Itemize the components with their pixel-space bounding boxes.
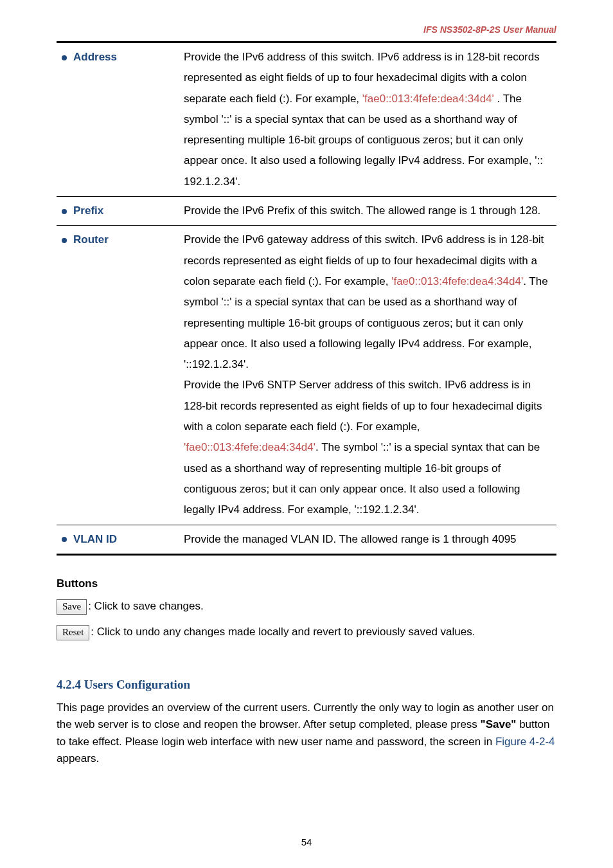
desc-cell-vlanid: Provide the managed VLAN ID. The allowed… (177, 525, 556, 554)
config-paragraph: This page provides an overview of the cu… (57, 700, 556, 767)
term-label: Router (73, 233, 109, 246)
desc-text: . The symbol '::' is a special syntax th… (184, 275, 548, 370)
manual-header: IFS NS3502-8P-2S User Manual (57, 24, 556, 35)
para-strong-save: "Save" (481, 718, 517, 730)
buttons-section: Buttons Save: Click to save changes. Res… (57, 577, 556, 640)
term-label: VLAN ID (73, 533, 117, 545)
desc-cell-address: Provide the IPv6 address of this switch.… (177, 42, 556, 197)
table-row: VLAN ID Provide the managed VLAN ID. The… (57, 525, 556, 554)
save-row: Save: Click to save changes. (57, 599, 556, 615)
bullet-icon (62, 537, 67, 542)
desc-cell-router: Provide the IPv6 gateway address of this… (177, 226, 556, 525)
table-row: Prefix Provide the IPv6 Prefix of this s… (57, 197, 556, 226)
term-cell-address: Address (57, 42, 177, 197)
table-row: Address Provide the IPv6 address of this… (57, 42, 556, 197)
term-cell-router: Router (57, 226, 177, 525)
table-row: Router Provide the IPv6 gateway address … (57, 226, 556, 525)
para-text: This page provides an overview of the cu… (57, 701, 554, 730)
buttons-heading: Buttons (57, 577, 556, 590)
config-heading: 4.2.4 Users Configuration (57, 678, 556, 692)
desc-example-red: 'fae0::013:4fefe:dea4:34d4' (184, 441, 315, 453)
desc-example-red: 'fae0::013:4fefe:dea4:34d4' (391, 275, 523, 287)
save-desc: : Click to save changes. (88, 600, 204, 612)
reset-button[interactable]: Reset (57, 625, 89, 640)
term-cell-vlanid: VLAN ID (57, 525, 177, 554)
desc-text: Provide the IPv6 SNTP Server address of … (184, 379, 542, 433)
desc-text: Provide the IPv6 Prefix of this switch. … (184, 204, 540, 217)
bullet-icon (62, 209, 67, 214)
save-button[interactable]: Save (57, 599, 87, 615)
page-number: 54 (0, 836, 613, 847)
term-label: Address (73, 51, 117, 63)
term-label: Prefix (73, 204, 103, 217)
reset-desc: : Click to undo any changes made locally… (91, 626, 475, 638)
term-cell-prefix: Prefix (57, 197, 177, 226)
desc-cell-prefix: Provide the IPv6 Prefix of this switch. … (177, 197, 556, 226)
desc-example-red: 'fae0::013:4fefe:dea4:34d4' (362, 93, 494, 105)
desc-text: . The symbol '::' is a special syntax th… (184, 93, 543, 188)
bullet-icon (62, 238, 67, 243)
desc-text: Provide the managed VLAN ID. The allowed… (184, 533, 517, 545)
para-figure-ref: Figure 4-2-4 (495, 736, 555, 748)
para-text: appears. (57, 752, 99, 764)
description-table: Address Provide the IPv6 address of this… (57, 41, 556, 556)
reset-row: Reset: Click to undo any changes made lo… (57, 625, 556, 640)
bullet-icon (62, 55, 67, 60)
